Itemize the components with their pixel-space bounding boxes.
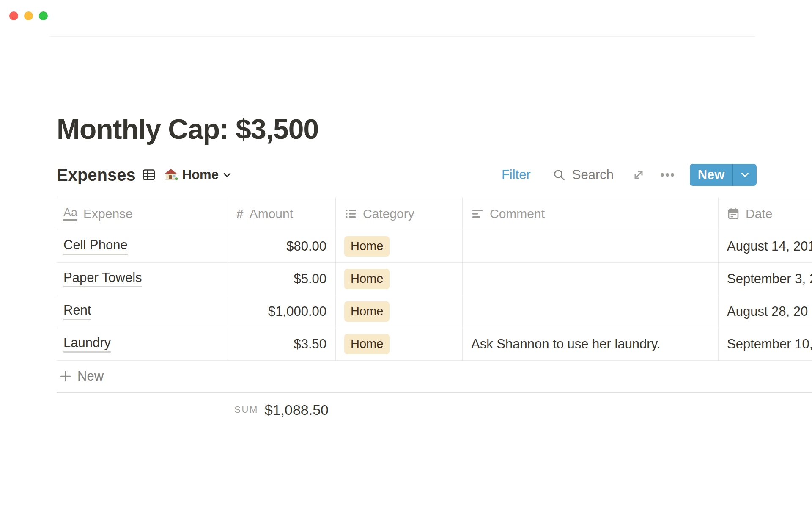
number-property-icon: # — [236, 207, 244, 220]
zoom-window-button[interactable] — [39, 11, 48, 20]
page-link: Cell Phone — [63, 238, 128, 255]
comment-cell[interactable] — [463, 263, 719, 295]
sum-label: SUM — [234, 404, 258, 415]
collection-header-left: Expenses — [57, 166, 231, 185]
text-property-icon: Aa — [63, 207, 77, 221]
amount-cell[interactable]: $80.00 — [227, 230, 336, 262]
filter-button[interactable]: Filter — [502, 167, 531, 182]
ellipsis-icon — [660, 173, 675, 177]
house-emoji-icon — [164, 168, 178, 182]
new-row-label: New — [77, 369, 104, 384]
date-value: September 10, — [727, 337, 812, 352]
expand-view-button[interactable] — [633, 169, 644, 180]
minimize-window-button[interactable] — [24, 11, 33, 20]
column-header-expense[interactable]: Aa Expense — [57, 197, 227, 230]
column-header-category[interactable]: Category — [336, 197, 463, 230]
amount-cell[interactable]: $5.00 — [227, 263, 336, 295]
close-window-button[interactable] — [9, 11, 18, 20]
expense-cell[interactable]: Laundry — [57, 328, 227, 360]
calendar-icon — [727, 207, 740, 220]
plus-icon — [59, 370, 72, 383]
table-row: Laundry $3.50 Home Ask Shannon to use he… — [57, 328, 812, 361]
new-button-group: New — [690, 164, 757, 186]
collection-toolbar: Filter Search — [502, 164, 757, 186]
chevron-down-icon — [741, 172, 749, 178]
category-cell[interactable]: Home — [336, 230, 463, 262]
expense-cell[interactable]: Rent — [57, 295, 227, 328]
select-property-icon — [344, 207, 357, 220]
page-link: Paper Towels — [63, 271, 142, 287]
column-label: Category — [363, 207, 414, 221]
table-header-row: Aa Expense # Amount Category — [57, 197, 812, 230]
comment-cell[interactable] — [463, 230, 719, 262]
expense-cell[interactable]: Paper Towels — [57, 263, 227, 295]
category-tag: Home — [344, 236, 390, 257]
date-cell[interactable]: September 10, — [719, 328, 812, 360]
expand-diagonal-icon — [633, 169, 644, 180]
expenses-table: Aa Expense # Amount Category — [57, 197, 812, 393]
table-row: Rent $1,000.00 Home August 28, 20 — [57, 295, 812, 328]
sum-value: $1,088.50 — [265, 402, 329, 418]
window-controls — [9, 11, 48, 20]
table-row: Paper Towels $5.00 Home September 3, 2 — [57, 263, 812, 295]
date-value: August 28, 20 — [727, 304, 808, 319]
amount-value: $1,000.00 — [268, 304, 326, 319]
category-tag: Home — [344, 269, 390, 289]
chevron-down-icon — [223, 172, 231, 178]
top-divider — [49, 36, 755, 37]
page-title[interactable]: Monthly Cap: $3,500 — [57, 115, 318, 143]
search-button[interactable]: Search — [553, 167, 614, 182]
expense-cell[interactable]: Cell Phone — [57, 230, 227, 262]
page-link: Rent — [63, 303, 91, 320]
amount-value: $3.50 — [294, 337, 326, 352]
date-cell[interactable]: September 3, 2 — [719, 263, 812, 295]
amount-cell[interactable]: $3.50 — [227, 328, 336, 360]
column-label: Comment — [490, 207, 545, 221]
new-button-dropdown[interactable] — [732, 164, 757, 186]
category-tag: Home — [344, 334, 390, 354]
amount-aggregate[interactable]: SUM $1,088.50 — [227, 397, 329, 422]
more-options-button[interactable] — [660, 173, 675, 177]
date-cell[interactable]: August 28, 20 — [719, 295, 812, 328]
source-name: Home — [182, 167, 219, 182]
column-label: Date — [746, 207, 772, 221]
category-cell[interactable]: Home — [336, 295, 463, 328]
column-label: Amount — [250, 207, 293, 221]
date-value: August 14, 201 — [727, 239, 812, 254]
text-align-icon — [471, 207, 484, 220]
comment-value: Ask Shannon to use her laundry. — [471, 337, 661, 352]
table-row: Cell Phone $80.00 Home August 14, 201 — [57, 230, 812, 263]
collection-header: Expenses — [57, 163, 757, 187]
view-title[interactable]: Expenses — [57, 166, 136, 185]
search-label: Search — [572, 167, 614, 182]
amount-value: $80.00 — [286, 239, 326, 254]
source-dropdown[interactable]: Home — [164, 167, 231, 182]
category-cell[interactable]: Home — [336, 263, 463, 295]
table-view-icon — [142, 168, 156, 182]
search-icon — [553, 168, 565, 181]
column-header-amount[interactable]: # Amount — [227, 197, 336, 230]
column-header-comment[interactable]: Comment — [463, 197, 719, 230]
amount-value: $5.00 — [294, 271, 326, 287]
add-new-row-button[interactable]: New — [57, 361, 812, 393]
new-button[interactable]: New — [690, 164, 732, 186]
category-cell[interactable]: Home — [336, 328, 463, 360]
page-link: Laundry — [63, 336, 111, 353]
notion-window: Monthly Cap: $3,500 Expenses — [0, 0, 812, 508]
date-cell[interactable]: August 14, 201 — [719, 230, 812, 262]
date-value: September 3, 2 — [727, 271, 812, 287]
category-tag: Home — [344, 301, 390, 322]
comment-cell[interactable] — [463, 295, 719, 328]
comment-cell[interactable]: Ask Shannon to use her laundry. — [463, 328, 719, 360]
column-header-date[interactable]: Date — [719, 197, 812, 230]
amount-cell[interactable]: $1,000.00 — [227, 295, 336, 328]
column-label: Expense — [83, 207, 133, 221]
